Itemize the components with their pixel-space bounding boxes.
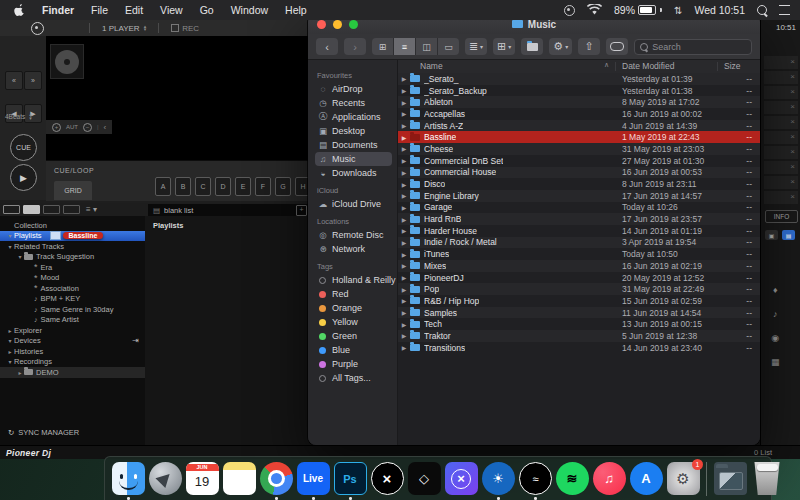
column-size[interactable]: Size <box>724 61 741 71</box>
disclosure-triangle-icon[interactable]: ▶ <box>398 216 410 223</box>
disclosure-triangle-icon[interactable]: ▶ <box>398 157 410 164</box>
close-button[interactable] <box>317 20 326 29</box>
hotcue-button-d[interactable]: D <box>215 177 231 196</box>
menu-item-finder[interactable]: Finder <box>42 4 74 16</box>
tree-item-same-artist[interactable]: ♪Same Artist <box>0 315 145 326</box>
matching-slot[interactable] <box>764 71 798 84</box>
disclosure-triangle-icon[interactable]: ▶ <box>398 227 410 234</box>
sidebar-item-downloads[interactable]: ◒Downloads <box>315 166 392 180</box>
disclosure-triangle-icon[interactable]: ▶ <box>398 75 410 82</box>
table-row[interactable]: ▶PioneerDJ20 May 2019 at 12:52-- <box>398 272 760 284</box>
table-row[interactable]: ▶Commercial DnB Set27 May 2019 at 01:30-… <box>398 155 760 167</box>
tree-disclosure-icon[interactable]: ▸ <box>6 327 14 334</box>
dock-icon-engine-burst[interactable]: ☀ <box>481 462 515 496</box>
table-row[interactable]: ▶GarageToday at 10:26-- <box>398 202 760 214</box>
sync-manager-button[interactable]: ↻ SYNC MANAGER <box>8 428 79 437</box>
tree-item-histories[interactable]: ▸Histories <box>0 346 145 357</box>
arrange-button[interactable]: ⊞▾ <box>493 38 515 55</box>
table-row[interactable]: ▶Artists A-Z4 Jun 2019 at 14:39-- <box>398 120 760 132</box>
hotcue-button-a[interactable]: A <box>155 177 171 196</box>
menu-item-edit[interactable]: Edit <box>125 4 143 16</box>
info-circle-icon[interactable]: ◉ <box>771 333 779 343</box>
grid-tab[interactable]: GRID <box>54 181 92 200</box>
playlists-column-header[interactable]: Playlists <box>153 221 183 230</box>
view-toggle-1[interactable] <box>3 205 20 214</box>
tree-item-devices[interactable]: ▾Devices⇥ <box>0 336 145 347</box>
gallery-view-button[interactable]: ▭ <box>438 38 459 55</box>
disclosure-triangle-icon[interactable]: ▶ <box>398 332 410 339</box>
battery-indicator[interactable]: 89% <box>614 4 662 16</box>
forward-button[interactable]: › <box>344 38 366 55</box>
matching-slot[interactable] <box>764 86 798 99</box>
view-toggle-4[interactable] <box>63 205 80 214</box>
disclosure-triangle-icon[interactable]: ▶ <box>398 251 410 258</box>
sidebar-item-red[interactable]: Red <box>315 287 392 301</box>
icon-view-button[interactable]: ⊞ <box>372 38 394 55</box>
sidebar-item-orange[interactable]: Orange <box>315 301 392 315</box>
menu-item-view[interactable]: View <box>160 4 183 16</box>
dock-icon-serato-dj[interactable]: ≈ <box>518 462 552 496</box>
dock-icon-finder[interactable] <box>111 462 145 496</box>
disclosure-triangle-icon[interactable]: ▶ <box>398 309 410 316</box>
tree-item-association[interactable]: *Association <box>0 283 145 294</box>
disclosure-triangle-icon[interactable]: ▶ <box>398 321 410 328</box>
sidebar-item-yellow[interactable]: Yellow <box>315 315 392 329</box>
menu-item-go[interactable]: Go <box>200 4 214 16</box>
tree-item-bpm-key[interactable]: ♪BPM + KEY <box>0 294 145 305</box>
sidebar-item-airdrop[interactable]: ◌AirDrop <box>315 82 392 96</box>
rekordbox-settings-icon[interactable] <box>31 22 44 35</box>
minimize-button[interactable] <box>333 20 342 29</box>
table-row[interactable]: ▶Indie / Rock / Metal3 Apr 2019 at 19:54… <box>398 237 760 249</box>
list-layout-icon[interactable]: ≡ ▾ <box>86 205 97 214</box>
dock-icon-trash[interactable] <box>750 462 784 496</box>
rec-checkbox[interactable] <box>171 24 179 32</box>
dock-icon-downloads-folder[interactable] <box>713 462 747 496</box>
column-name[interactable]: Name <box>420 61 443 71</box>
tree-item-recordings[interactable]: ▾Recordings <box>0 357 145 368</box>
dock-icon-notes[interactable] <box>222 462 256 496</box>
matching-slot[interactable] <box>764 176 798 189</box>
table-row[interactable]: ▶_Serato_Yesterday at 01:39-- <box>398 73 760 85</box>
tree-item-mood[interactable]: *Mood <box>0 273 145 284</box>
matching-slot[interactable] <box>764 116 798 129</box>
list-view-button[interactable]: ≡ <box>394 38 416 55</box>
table-row[interactable]: ▶Harder House14 Jun 2019 at 01:19-- <box>398 225 760 237</box>
share-button[interactable]: ⇧ <box>578 38 600 55</box>
tree-disclosure-icon[interactable]: ▸ <box>6 348 14 355</box>
table-row[interactable]: ▶Pop31 May 2019 at 22:49-- <box>398 283 760 295</box>
rec-toggle[interactable]: REC <box>171 24 199 33</box>
collapse-arrow[interactable]: ‹ <box>104 123 107 132</box>
disclosure-triangle-icon[interactable]: ▶ <box>398 286 410 293</box>
table-row[interactable]: ▶R&B / Hip Hop15 Jun 2019 at 02:59-- <box>398 295 760 307</box>
next-track-button[interactable]: » <box>24 71 42 90</box>
dock-icon-launchpad[interactable] <box>148 462 182 496</box>
disclosure-triangle-icon[interactable]: ▶ <box>398 134 410 141</box>
tree-disclosure-icon[interactable]: ▾ <box>16 253 24 260</box>
group-button[interactable]: ≣▾ <box>465 38 487 55</box>
matching-slot[interactable] <box>764 161 798 174</box>
back-button[interactable]: ‹ <box>316 38 338 55</box>
disclosure-triangle-icon[interactable]: ▶ <box>398 181 410 188</box>
device-export-icon[interactable]: ⇥ <box>132 336 139 345</box>
table-row[interactable]: ▶_Serato_BackupYesterday at 01:38-- <box>398 85 760 97</box>
dock-icon-chrome[interactable] <box>259 462 293 496</box>
disclosure-triangle-icon[interactable]: ▶ <box>398 145 410 152</box>
tree-item-track-suggestion[interactable]: ▾Track Suggestion <box>0 252 145 263</box>
disclosure-triangle-icon[interactable]: ▶ <box>398 204 410 211</box>
table-row[interactable]: ▶Disco8 Jun 2019 at 23:11-- <box>398 178 760 190</box>
table-row[interactable]: ▶Transitions14 Jun 2019 at 23:40-- <box>398 342 760 354</box>
sidebar-item-recents[interactable]: ◷Recents <box>315 96 392 110</box>
tree-item-related-tracks[interactable]: ▾Related Tracks <box>0 241 145 252</box>
dock-icon-apple-music[interactable]: ♫ <box>592 462 626 496</box>
sidebar-item-all-tags-[interactable]: All Tags... <box>315 371 392 385</box>
table-row[interactable]: ▶Traktor5 Jun 2019 at 12:38-- <box>398 330 760 342</box>
column-date-modified[interactable]: Date Modified <box>622 61 674 71</box>
tree-item-same-genre-in-30day[interactable]: ♪Same Genre in 30day <box>0 304 145 315</box>
table-row[interactable]: ▶Bassline1 May 2019 at 22:43-- <box>398 131 760 143</box>
matching-slot[interactable] <box>764 131 798 144</box>
disclosure-triangle-icon[interactable]: ▶ <box>398 297 410 304</box>
tags-button[interactable] <box>606 38 628 55</box>
table-row[interactable]: ▶Samples11 Jun 2019 at 14:54-- <box>398 307 760 319</box>
sidebar-item-applications[interactable]: ⒶApplications <box>315 110 392 124</box>
column-divider[interactable] <box>615 62 616 71</box>
